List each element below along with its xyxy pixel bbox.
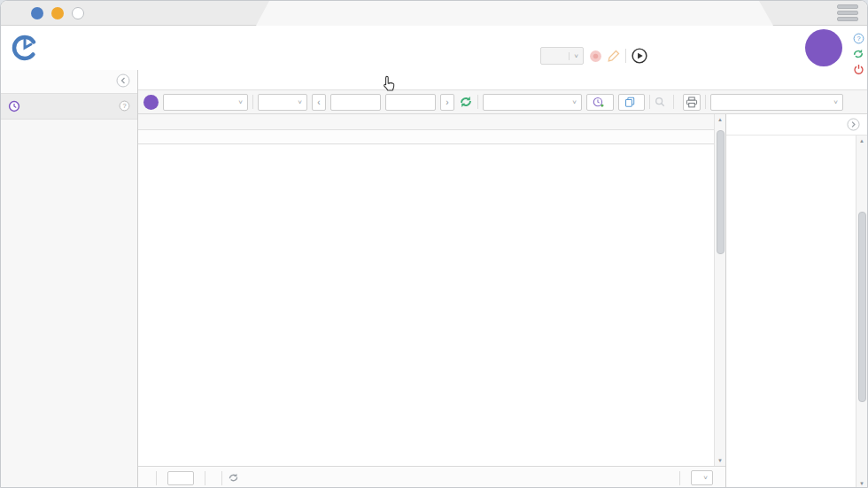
timestamp-table: ▲ ▼	[138, 114, 725, 488]
divider	[649, 95, 650, 109]
add-timestamp-icon	[593, 97, 604, 108]
calendar-events-layer	[763, 136, 856, 488]
divider	[625, 49, 626, 63]
sidebar-collapse-icon[interactable]	[116, 74, 130, 88]
divider	[705, 95, 706, 109]
sidebar-section-timestamps[interactable]: ?	[1, 93, 137, 120]
scroll-up-icon[interactable]: ▲	[859, 136, 864, 146]
calendar-grid: ▲ ▼	[726, 136, 867, 488]
main-region: ˅ ˅ ‹ › ˅	[138, 70, 867, 488]
page-size-select[interactable]: ˅	[691, 470, 713, 485]
sidebar-top	[1, 70, 137, 93]
toolbar: ˅ ˅ ‹ › ˅	[138, 89, 867, 114]
avatar[interactable]	[805, 29, 842, 66]
table-filter-row	[138, 130, 725, 144]
scroll-thumb[interactable]	[717, 130, 725, 254]
columns-select[interactable]: ˅	[710, 94, 843, 111]
date-to-input[interactable]	[385, 94, 436, 111]
scroll-down-icon[interactable]: ▼	[859, 478, 864, 488]
refresh-icon[interactable]	[852, 48, 864, 60]
day-calendar-panel: ▲ ▼	[725, 114, 867, 488]
divider	[679, 471, 680, 485]
page-input[interactable]	[167, 471, 194, 485]
chevron-down-icon: ˅	[298, 98, 302, 106]
window-dot-blue[interactable]	[31, 7, 43, 19]
scroll-thumb[interactable]	[858, 212, 866, 402]
table-scrollbar[interactable]: ▲ ▼	[714, 114, 725, 466]
calendar-day-title-bar	[726, 114, 867, 136]
divider	[252, 95, 253, 109]
divider	[673, 95, 674, 109]
stop-timestamp-icon[interactable]	[589, 50, 602, 63]
date-from-input[interactable]	[330, 94, 381, 111]
print-icon[interactable]	[683, 94, 701, 111]
help-circle-icon[interactable]: ?	[119, 100, 130, 113]
table-body	[138, 144, 725, 466]
logo-clock-icon	[10, 31, 40, 63]
clock-icon	[8, 100, 20, 112]
divider	[156, 471, 157, 485]
pager-bar: ˅	[138, 466, 725, 488]
edge-icons: ?	[852, 33, 864, 75]
app-header: ˅ ?	[1, 26, 867, 70]
user-select[interactable]: ˅	[163, 94, 248, 111]
scroll-down-icon[interactable]: ▼	[717, 455, 723, 466]
edit-timestamp-icon[interactable]	[608, 50, 620, 62]
help-icon[interactable]: ?	[853, 33, 864, 44]
window-dot-white[interactable]	[72, 7, 84, 19]
svg-text:?: ?	[122, 102, 126, 110]
timestamp-status-box[interactable]: ˅	[540, 47, 584, 65]
period-select[interactable]: ˅	[258, 94, 307, 111]
calendar-expand-icon[interactable]	[847, 118, 860, 131]
grouping-select[interactable]: ˅	[483, 94, 582, 111]
chevron-down-icon[interactable]: ˅	[569, 52, 583, 60]
browser-tab-shape	[256, 1, 773, 26]
add-button[interactable]	[586, 94, 614, 111]
hamburger-menu-icon[interactable]	[837, 4, 858, 21]
chevron-down-icon: ˅	[572, 98, 577, 106]
sidebar: ?	[1, 70, 138, 488]
divider	[477, 95, 478, 109]
table-header-row	[138, 114, 725, 130]
start-timestamp-button[interactable]	[632, 48, 647, 64]
user-chip-avatar	[143, 95, 159, 110]
window-controls	[31, 7, 84, 19]
chevron-down-icon: ˅	[833, 98, 838, 106]
chevron-down-icon: ˅	[238, 98, 243, 106]
next-period-button[interactable]: ›	[440, 94, 454, 111]
reload-range-icon[interactable]	[459, 95, 473, 109]
window-dot-yellow[interactable]	[51, 7, 64, 19]
divider	[205, 471, 205, 485]
divider	[221, 471, 222, 485]
reload-table-icon[interactable]	[228, 472, 239, 484]
svg-text:?: ?	[856, 35, 860, 43]
timestamp-cluster: ˅	[540, 47, 647, 65]
scroll-up-icon[interactable]: ▲	[717, 114, 723, 125]
copy-button[interactable]	[618, 94, 645, 111]
copy-icon	[624, 97, 635, 107]
search-icon	[655, 97, 665, 107]
tab-bar	[138, 70, 867, 89]
filter-toggle[interactable]	[655, 97, 669, 107]
calendar-scrollbar[interactable]: ▲ ▼	[856, 136, 867, 488]
chevron-down-icon: ˅	[703, 474, 708, 482]
logout-power-icon[interactable]	[853, 64, 864, 75]
timetac-app: ˅ ?	[0, 0, 868, 488]
prev-period-button[interactable]: ‹	[312, 94, 326, 111]
timetac-logo	[10, 31, 41, 63]
window-chrome	[1, 1, 867, 26]
